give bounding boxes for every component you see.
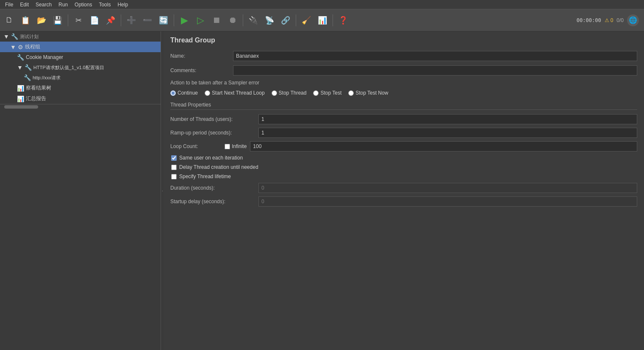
radio-continue-label: Continue: [178, 90, 198, 96]
stop-button[interactable]: ⏹: [209, 13, 224, 28]
thread-group-gear-icon: ⚙: [18, 44, 23, 50]
startup-delay-input[interactable]: [258, 196, 637, 207]
same-user-checkbox[interactable]: [171, 155, 177, 161]
startup-delay-row: Startup delay (seconds):: [170, 196, 637, 207]
menu-search[interactable]: Search: [32, 1, 55, 8]
num-threads-input[interactable]: [258, 114, 637, 124]
result-tree-icon: 📊: [17, 85, 24, 92]
menu-run[interactable]: Run: [55, 1, 71, 8]
copy-button[interactable]: 📄: [87, 13, 102, 28]
radio-stop-thread-input[interactable]: [272, 90, 277, 96]
stop-now-button[interactable]: ⏺: [225, 13, 240, 28]
ramp-up-row: Ramp-up period (seconds):: [170, 128, 637, 138]
remote-graph-button[interactable]: 🔗: [278, 13, 293, 28]
delay-thread-row: Delay Thread creation until needed: [170, 164, 637, 170]
summary-report-icon: 📊: [17, 95, 24, 102]
infinite-checkbox[interactable]: [225, 144, 230, 149]
sidebar-item-result-tree[interactable]: 📊 察看结果树: [0, 83, 161, 93]
collapse-button[interactable]: ➖: [140, 13, 155, 28]
save-button[interactable]: 💾: [50, 13, 65, 28]
radio-stop-test-now-input[interactable]: [348, 90, 354, 96]
num-threads-row: Number of Threads (users):: [170, 114, 637, 124]
separator-6: [333, 14, 333, 26]
menu-tools[interactable]: Tools: [95, 1, 114, 8]
toolbar: 🗋 📋 📂 💾 ✂ 📄 📌 ➕ ➖ 🔄 ▶ ▷ ⏹ ⏺ 🔌 📡 🔗 🧹 📊 ❓ …: [0, 9, 644, 31]
remote-stop-button[interactable]: 📡: [262, 13, 277, 28]
error-action-label: Action to be taken after a Sampler error: [170, 80, 637, 86]
loop-count-input[interactable]: [250, 141, 637, 151]
menu-file[interactable]: File: [2, 1, 17, 8]
menu-options[interactable]: Options: [71, 1, 95, 8]
radio-stop-thread-label: Stop Thread: [279, 90, 307, 96]
comments-input[interactable]: [233, 65, 637, 76]
expand-button[interactable]: ➕: [124, 13, 139, 28]
sidebar-item-summary-report[interactable]: 📊 汇总报告: [0, 93, 161, 104]
delay-thread-label: Delay Thread creation until needed: [179, 164, 258, 170]
thread-properties-header: Thread Properties: [170, 102, 637, 110]
radio-continue-input[interactable]: [170, 90, 176, 96]
comments-label: Comments:: [170, 67, 230, 73]
template-button[interactable]: 📋: [18, 13, 33, 28]
sidebar: ▼ 🔧 测试计划 ▼ ⚙ 线程组 🔧 Cookie Manager ▼ 🔧 HT…: [0, 31, 161, 350]
menu-help[interactable]: Help: [114, 1, 131, 8]
open-button[interactable]: 📂: [34, 13, 49, 28]
thread-group-label: 线程组: [25, 43, 40, 50]
radio-continue[interactable]: Continue: [170, 90, 198, 96]
separator-4: [243, 14, 243, 26]
list-button[interactable]: 📊: [315, 13, 330, 28]
test-plan-icon: ▼: [3, 33, 9, 40]
name-label: Name:: [170, 53, 230, 59]
loop-count-row: Loop Count: Infinite: [170, 141, 637, 151]
duration-row: Duration (seconds):: [170, 183, 637, 193]
same-user-row: Same user on each iteration: [170, 155, 637, 161]
radio-stop-test-now[interactable]: Stop Test Now: [348, 90, 388, 96]
sidebar-item-cookie-manager[interactable]: 🔧 Cookie Manager: [0, 52, 161, 62]
cookie-icon: 🔧: [17, 54, 24, 61]
warning-badge: ⚠ 0: [605, 17, 613, 23]
radio-start-next[interactable]: Start Next Thread Loop: [205, 90, 265, 96]
globe-button[interactable]: 🌐: [627, 14, 639, 26]
separator-5: [296, 14, 296, 26]
timer-display: 00:00:00: [577, 17, 601, 23]
toolbar-right: 00:00:00 ⚠ 0 0/0 🌐: [577, 14, 642, 26]
http-default-arrow-icon: ▼: [17, 64, 23, 71]
test-plan-label: 测试计划: [20, 34, 39, 40]
radio-stop-thread[interactable]: Stop Thread: [272, 90, 307, 96]
play-button[interactable]: ▶: [177, 13, 192, 28]
http-request-label: http://xxx请求: [33, 75, 61, 81]
radio-stop-test-input[interactable]: [313, 90, 319, 96]
http-request-icon: 🔧: [24, 74, 31, 81]
separator-2: [121, 14, 121, 26]
specify-lifetime-checkbox[interactable]: [171, 174, 177, 179]
menu-edit[interactable]: Edit: [17, 1, 32, 8]
clear-button[interactable]: 🧹: [299, 13, 314, 28]
sidebar-item-thread-group[interactable]: ▼ ⚙ 线程组: [0, 42, 161, 52]
play-no-pause-button[interactable]: ▷: [193, 13, 208, 28]
sidebar-item-http-request[interactable]: 🔧 http://xxx请求: [0, 73, 161, 83]
sidebar-item-http-default[interactable]: ▼ 🔧 HTTP请求默认值_1_v1.0配置项目: [0, 62, 161, 73]
toggle-button[interactable]: 🔄: [156, 13, 171, 28]
separator-3: [174, 14, 174, 26]
help-button[interactable]: ❓: [336, 13, 351, 28]
thread-group-arrow-icon: ▼: [10, 44, 16, 50]
cut-button[interactable]: ✂: [71, 13, 86, 28]
ramp-up-input[interactable]: [258, 128, 637, 138]
scrollbar-thumb: [4, 105, 38, 109]
same-user-label: Same user on each iteration: [179, 155, 243, 161]
duration-input[interactable]: [258, 183, 637, 193]
ramp-up-label: Ramp-up period (seconds):: [170, 130, 255, 136]
delay-thread-checkbox[interactable]: [171, 165, 177, 170]
paste-button[interactable]: 📌: [103, 13, 118, 28]
error-action-radio-group: Continue Start Next Thread Loop Stop Thr…: [170, 90, 637, 96]
sidebar-scrollbar[interactable]: [0, 104, 161, 109]
radio-stop-test[interactable]: Stop Test: [313, 90, 341, 96]
remote-start-button[interactable]: 🔌: [246, 13, 261, 28]
new-button[interactable]: 🗋: [2, 13, 17, 28]
radio-start-next-input[interactable]: [205, 90, 210, 96]
radio-stop-test-label: Stop Test: [320, 90, 341, 96]
num-threads-label: Number of Threads (users):: [170, 116, 255, 122]
infinite-check[interactable]: Infinite: [225, 143, 247, 149]
panel-title: Thread Group: [170, 36, 637, 44]
sidebar-item-test-plan[interactable]: ▼ 🔧 测试计划: [0, 31, 161, 42]
name-input[interactable]: [233, 51, 637, 61]
